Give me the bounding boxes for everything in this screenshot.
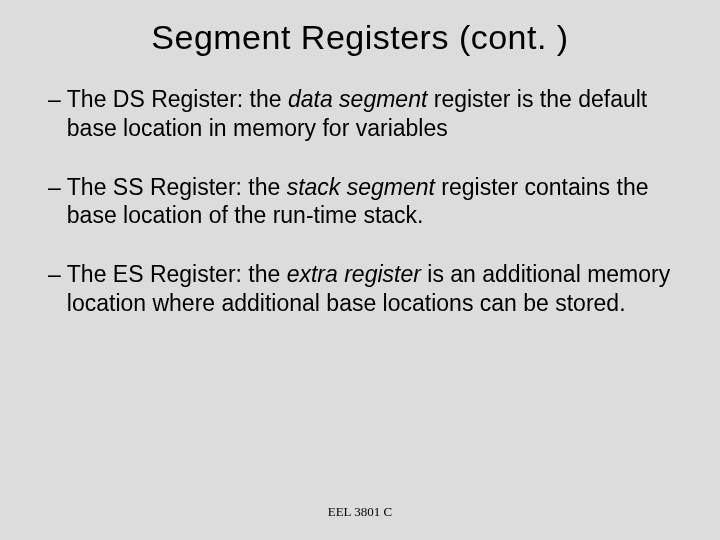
bullet-text-italic: stack segment xyxy=(287,174,435,200)
slide-footer: EEL 3801 C xyxy=(0,504,720,520)
bullet-text: The DS Register: the data segment regist… xyxy=(67,85,680,143)
bullet-text-italic: extra register xyxy=(287,261,421,287)
bullet-dash-icon: – xyxy=(48,173,67,231)
list-item: – The DS Register: the data segment regi… xyxy=(48,85,680,143)
slide: Segment Registers (cont. ) – The DS Regi… xyxy=(0,0,720,540)
bullet-text-pre: The ES Register: the xyxy=(67,261,287,287)
bullet-list: – The DS Register: the data segment regi… xyxy=(40,85,680,318)
bullet-text-italic: data segment xyxy=(288,86,427,112)
bullet-text: The ES Register: the extra register is a… xyxy=(67,260,680,318)
bullet-dash-icon: – xyxy=(48,260,67,318)
bullet-text: The SS Register: the stack segment regis… xyxy=(67,173,680,231)
bullet-dash-icon: – xyxy=(48,85,67,143)
list-item: – The SS Register: the stack segment reg… xyxy=(48,173,680,231)
list-item: – The ES Register: the extra register is… xyxy=(48,260,680,318)
bullet-text-pre: The SS Register: the xyxy=(67,174,287,200)
bullet-text-pre: The DS Register: the xyxy=(67,86,288,112)
slide-title: Segment Registers (cont. ) xyxy=(40,18,680,57)
